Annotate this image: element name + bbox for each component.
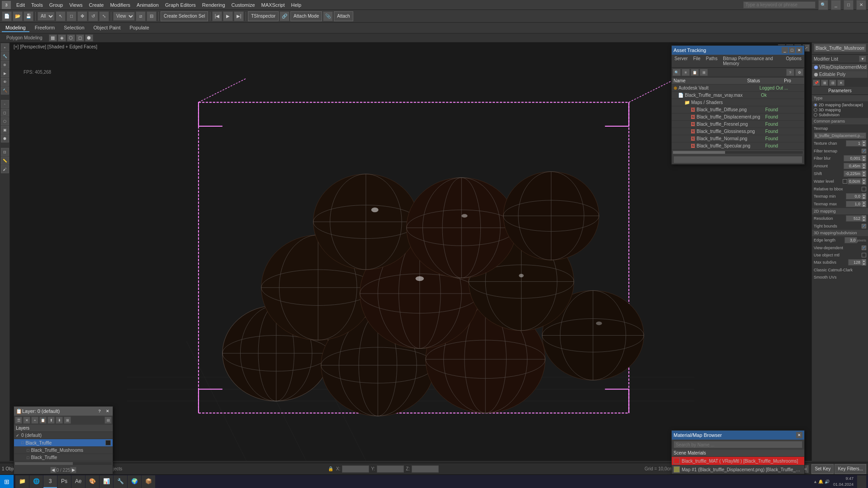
tb-anim-prev[interactable]: |◀ <box>212 11 222 21</box>
tab-freeform[interactable]: Freeform <box>31 24 59 32</box>
shift-input[interactable] <box>844 171 862 177</box>
at-menu-options[interactable]: Options <box>784 56 803 66</box>
texture-chan-input[interactable] <box>846 140 862 147</box>
at-close-btn[interactable]: ✕ <box>796 47 802 53</box>
layer-row-1[interactable]: □ Black_Truffle <box>14 439 113 447</box>
at-minimize-btn[interactable]: _ <box>782 47 788 53</box>
resolution-input[interactable] <box>846 215 862 222</box>
at-tb-3[interactable]: 📋 <box>691 69 699 76</box>
at-tb-4[interactable]: ⊞ <box>700 69 708 76</box>
left-tb-sel5[interactable]: ⬢ <box>1 134 9 142</box>
tb-open[interactable]: 📂 <box>13 11 23 21</box>
asset-path-input[interactable] <box>674 156 802 163</box>
edge-length-input[interactable] <box>844 237 857 243</box>
left-tb-hierarchy[interactable]: ⊕ <box>1 61 9 69</box>
at-menu-file[interactable]: File <box>691 56 702 66</box>
asset-row-8[interactable]: 🖼Black_truffle_Specular.png Found <box>672 142 804 150</box>
taskbar-app-misc4[interactable]: 📦 <box>142 475 155 488</box>
left-tb-display[interactable]: 👁 <box>1 78 9 86</box>
amount-up[interactable]: ▲ <box>862 163 866 166</box>
mb-close-btn[interactable]: ✕ <box>796 432 802 438</box>
poly-btn-5[interactable]: ⬢ <box>85 34 93 42</box>
z-input[interactable] <box>412 465 439 473</box>
asset-scrollbar[interactable] <box>673 151 803 154</box>
object-name-input[interactable] <box>814 44 866 52</box>
menu-group[interactable]: Group <box>47 1 66 9</box>
poly-btn-2[interactable]: ◈ <box>58 34 66 42</box>
left-tb-motion[interactable]: ▶ <box>1 69 9 77</box>
at-tb-1[interactable]: 🔍 <box>673 69 681 76</box>
asset-row-6[interactable]: 🖼Black_truffle_Glossiness.png Found <box>672 128 804 135</box>
taskbar-app-misc3[interactable]: 🔧 <box>114 475 127 488</box>
asset-row-7[interactable]: 🖼Black_truffle_Normal.png Found <box>672 135 804 142</box>
tb-mirror[interactable]: ⧄ <box>136 11 146 21</box>
left-tb-create[interactable]: + <box>1 43 9 52</box>
tab-object-paint[interactable]: Object Paint <box>90 24 124 32</box>
poly-btn-4[interactable]: ◻ <box>76 34 84 42</box>
type-2d[interactable]: 2D mapping (landscape) <box>814 103 866 107</box>
amount-down[interactable]: ▼ <box>862 166 866 169</box>
mod-tb-pin[interactable]: 📌 <box>813 80 820 86</box>
asset-row-3[interactable]: 🖼Black_truffle_Diffuse.png Found <box>672 106 804 114</box>
lt-btn-1[interactable]: ☰ <box>15 417 22 424</box>
taskbar-app-file[interactable]: 📁 <box>15 475 29 488</box>
tb-attach2-icon[interactable]: 📎 <box>323 11 333 21</box>
menu-tools[interactable]: Tools <box>28 1 46 9</box>
tb-save[interactable]: 💾 <box>24 11 33 21</box>
type-subdiv-radio[interactable] <box>814 113 817 117</box>
menu-create[interactable]: Create <box>86 1 106 9</box>
set-key-btn[interactable]: Set Key <box>811 464 834 474</box>
menu-help[interactable]: Help <box>289 1 304 9</box>
menu-views[interactable]: Views <box>66 1 85 9</box>
lt-btn-7[interactable]: ⊞ <box>64 417 71 424</box>
texmap-min-input[interactable] <box>846 193 862 199</box>
tb-attach-icon[interactable]: 🔗 <box>280 11 289 21</box>
tb-rotate[interactable]: ↺ <box>88 11 98 21</box>
layer-scroll[interactable] <box>15 462 112 465</box>
resolution-down[interactable]: ▼ <box>862 218 866 222</box>
lt-btn-4[interactable]: 📋 <box>39 417 47 424</box>
lt-btn-3[interactable]: + <box>31 417 38 424</box>
water-level-input[interactable] <box>848 178 861 185</box>
tight-bounds-checkbox[interactable]: ✓ <box>862 224 866 228</box>
taskbar-show-desktop-btn[interactable] <box>857 475 866 488</box>
menu-modifiers[interactable]: Modifiers <box>107 1 133 9</box>
taskbar-app-3dsmax[interactable]: 3 <box>43 475 57 488</box>
left-tb-snap[interactable]: ⊡ <box>1 148 9 156</box>
at-restore-btn[interactable]: □ <box>789 47 795 53</box>
texmap-value[interactable]: k_truffle_Displacement.png) <box>814 133 866 139</box>
water-level-down[interactable]: ▼ <box>862 181 866 185</box>
type-3d-radio[interactable] <box>814 108 817 112</box>
tb-select[interactable]: ↖ <box>56 11 66 21</box>
poly-btn-1[interactable]: ▦ <box>49 34 57 42</box>
tb-move[interactable]: ✥ <box>77 11 87 21</box>
lt-btn-6[interactable]: ⬇ <box>56 417 63 424</box>
select-type-dropdown[interactable]: All <box>38 12 55 21</box>
left-tb-modify[interactable]: 🔧 <box>1 52 9 60</box>
asset-row-5[interactable]: 🖼Black_truffle_Fresnel.png Found <box>672 121 804 128</box>
search-btn[interactable]: 🔍 <box>818 0 828 10</box>
lt-btn-2[interactable]: ✕ <box>23 417 30 424</box>
filter-blur-input[interactable] <box>844 155 862 161</box>
attach-mode-btn[interactable]: Attach Mode <box>290 11 322 21</box>
menu-customize[interactable]: Customize <box>229 1 258 9</box>
tb-anim-play[interactable]: ▶ <box>223 11 233 21</box>
type-subdiv[interactable]: Subdivision <box>814 113 866 117</box>
taskbar-app-ps[interactable]: Ps <box>57 475 71 488</box>
mod-dropdown-btn[interactable]: ▼ <box>859 56 866 62</box>
menu-graph-editors[interactable]: Graph Editors <box>162 1 199 9</box>
asset-row-1[interactable]: 📄Black_Truffle_max_vray.max Ok <box>672 92 804 99</box>
shift-down[interactable]: ▼ <box>862 174 866 177</box>
menu-maxscript[interactable]: MAXScript <box>259 1 288 9</box>
taskbar-app-misc2[interactable]: 📊 <box>100 475 113 488</box>
taskbar-start-btn[interactable]: ⊞ <box>0 475 14 488</box>
poly-btn-3[interactable]: ⬡ <box>67 34 75 42</box>
view-dependent-checkbox[interactable]: ✓ <box>862 246 866 250</box>
water-level-up[interactable]: ▲ <box>862 178 866 181</box>
texture-chan-up[interactable]: ▲ <box>862 140 866 143</box>
filter-blur-down[interactable]: ▼ <box>862 158 866 161</box>
at-menu-bitmap[interactable]: Bitmap Performance and Memory <box>721 56 782 66</box>
at-tb-settings[interactable]: ⚙ <box>795 69 803 76</box>
left-tb-measure[interactable]: 📏 <box>1 156 9 165</box>
left-tb-paint[interactable]: 🖌 <box>1 165 9 173</box>
